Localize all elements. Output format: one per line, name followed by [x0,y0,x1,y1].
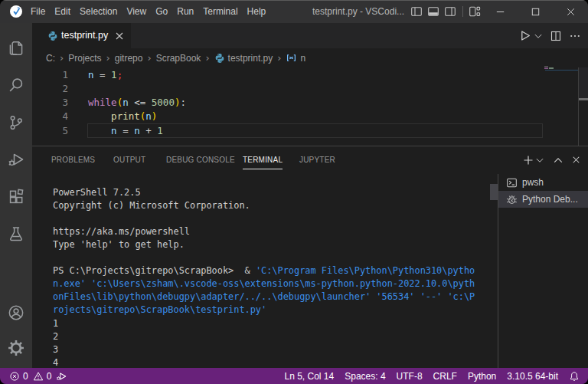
status-label: Spaces: 4 [345,371,385,382]
panel-tab-terminal[interactable]: TERMINAL [243,146,283,173]
breadcrumb-separator-icon: › [273,52,286,64]
menu-view[interactable]: View [122,0,151,23]
new-terminal-icon[interactable] [522,154,534,166]
terminal-line: rojects\gitrepo\ScrapBook\testprint.py' [53,304,475,317]
split-editor-icon[interactable] [550,30,562,42]
panel-tabs: PROBLEMSOUTPUTDEBUG CONSOLETERMINALJUPYT… [32,146,415,173]
terminal-line: PowerShell 7.2.5 [53,186,475,199]
status-label: 0 [23,371,28,382]
terminal-output[interactable]: PowerShell 7.2.5Copyright (c) Microsoft … [53,186,475,369]
breadcrumb-item[interactable]: gitrepo [115,53,143,64]
minimap-mark [545,70,579,71]
settings-gear-icon[interactable] [8,340,24,356]
panel-tab-debug-console[interactable]: DEBUG CONSOLE [166,146,235,173]
more-actions-icon[interactable] [569,30,581,42]
status-label: Ln 5, Col 14 [284,371,334,382]
menu-go[interactable]: Go [151,0,172,23]
minimap-mark [544,66,548,67]
menu-file[interactable]: File [26,0,50,23]
menu-run[interactable]: Run [172,0,198,23]
breadcrumb-symbol[interactable]: n [300,53,305,64]
status-bar-right: Ln 5, Col 14Spaces: 4UTF-8CRLFPython3.10… [273,368,580,384]
panel-tab-problems[interactable]: PROBLEMS [51,146,95,173]
extensions-icon[interactable] [8,189,24,205]
panel-actions [522,146,582,173]
code-line: while(n <= 5000): [88,96,186,110]
account-icon[interactable] [8,304,24,321]
breadcrumb-item[interactable]: ScrapBook [156,53,201,64]
customize-layout-icon[interactable] [469,5,481,18]
status-3-10-5-64-bit[interactable]: 3.10.5 64-bit [507,371,558,382]
terminal-icon [506,177,518,189]
breadcrumb-file[interactable]: testprint.py [228,53,273,64]
symbol-variable-icon [286,52,297,64]
editor-actions [518,23,588,48]
code-editor[interactable]: 12345 n = 1; while(n <= 5000): print(n) … [32,67,588,146]
maximize-button[interactable] [518,0,553,23]
terminal-tab-pwsh[interactable]: pwsh [498,174,588,191]
terminal-line: 1 [53,317,475,330]
close-panel-icon[interactable] [570,154,582,166]
source-control-icon[interactable] [8,114,24,131]
terminal-dropdown-chevron-icon[interactable] [535,156,544,165]
menu-edit[interactable]: Edit [50,0,75,23]
breadcrumb-separator-icon: › [142,52,155,64]
debug-alt-icon [56,371,67,382]
status-debug-alt[interactable] [56,371,70,382]
code-line [88,82,186,96]
line-number: 5 [32,124,68,138]
debug-bug-icon [506,194,518,205]
status-label: Python [468,371,496,382]
panel-tab-output[interactable]: OUTPUT [113,146,145,173]
testing-icon[interactable] [8,225,24,242]
toggle-secondary-sidebar-icon[interactable] [444,5,456,18]
line-number: 2 [32,82,68,96]
breadcrumb: C:›Projects›gitrepo›ScrapBook›testprint.… [46,48,305,67]
status-bell[interactable] [569,371,580,382]
status-ln-5-col-14[interactable]: Ln 5, Col 14 [284,371,334,382]
terminal-scrollbar-thumb[interactable] [490,184,498,200]
terminal-line [53,251,475,264]
vscode-window: FileEditSelectionViewGoRunTerminalHelp t… [0,0,588,384]
window-controls [482,0,588,23]
breadcrumb-item[interactable]: C: [46,53,55,64]
status-label: 3.10.5 64-bit [507,371,558,382]
maximize-panel-icon[interactable] [553,155,564,166]
menu-help[interactable]: Help [243,0,271,23]
code-line: n = n + 1 [88,124,186,138]
editor-scrollbar-thumb[interactable] [579,67,588,99]
terminal-tabs-list: pwshPython Deb... [498,174,588,369]
run-python-file-icon[interactable] [518,29,531,42]
status-python[interactable]: Python [468,371,496,382]
run-debug-icon[interactable] [8,151,24,168]
close-tab-icon[interactable] [113,30,126,42]
close-window-button[interactable] [553,0,588,23]
tab-label: testprint.py [61,23,108,48]
terminal-line: Copyright (c) Microsoft Corporation. [53,199,475,212]
menu-terminal[interactable]: Terminal [198,0,242,23]
layout-controls [410,0,485,23]
minimize-button[interactable] [482,0,518,23]
terminal-line [53,212,475,225]
status-utf-8[interactable]: UTF-8 [397,371,423,382]
toggle-panel-icon[interactable] [427,5,439,18]
status-crlf[interactable]: CRLF [433,371,457,382]
bell-icon [569,371,580,382]
panel-tab-jupyter[interactable]: JUPYTER [299,146,335,173]
toggle-sidebar-icon[interactable] [410,5,423,18]
search-icon[interactable] [8,77,24,94]
status-warning[interactable]: 0 [33,371,52,382]
terminal-line: n.exe' 'c:\Users\zsham\.vscode-oss\exten… [53,277,475,290]
terminal-tab-python-deb-[interactable]: Python Deb... [498,191,588,208]
breadcrumb-separator-icon: › [201,52,214,64]
explorer-icon[interactable] [8,40,24,57]
status-error[interactable]: 0 [9,371,28,382]
vscodium-logo-icon[interactable] [10,5,22,18]
breadcrumb-item[interactable]: Projects [68,53,101,64]
tab-testprint-py[interactable]: testprint.py [32,23,131,48]
menu-selection[interactable]: Selection [75,0,122,23]
status-spaces-4[interactable]: Spaces: 4 [345,371,385,382]
terminal-tab-label: Python Deb... [522,194,578,205]
status-label: CRLF [433,371,457,382]
run-dropdown-chevron-icon[interactable] [534,31,543,41]
